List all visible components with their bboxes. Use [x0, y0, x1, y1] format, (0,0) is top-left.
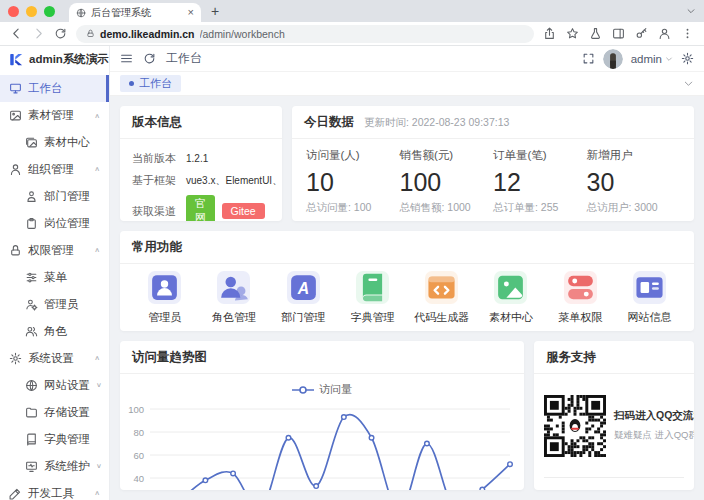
username-label: admin [631, 53, 662, 65]
close-icon[interactable]: × [188, 7, 194, 18]
minimize-window-button[interactable] [26, 6, 37, 17]
legend-label: 访问量 [319, 382, 352, 397]
gitee-button[interactable]: Gitee [222, 203, 265, 219]
new-tab-button[interactable]: + [211, 4, 219, 18]
chart-legend[interactable]: 访问量 [120, 374, 524, 397]
sidebar-item-system-maintain[interactable]: 系统维护 ∨ [0, 453, 109, 480]
book-icon [25, 433, 38, 446]
quick-function-dict-mgmt[interactable]: 字典管理 [338, 271, 407, 325]
admin-gear-icon [25, 298, 38, 311]
sidebar: admin系统演示 工作台 素材管理 ∧ 素材中心 组织管理 ∧ 部门管理 岗位… [0, 46, 110, 500]
back-arrow-icon[interactable] [10, 27, 23, 40]
sidebar-item-dict-mgmt[interactable]: 字典管理 [0, 426, 109, 453]
extension-flask-icon[interactable] [589, 27, 602, 40]
pencil-icon [9, 487, 22, 500]
sidebar-item-workbench[interactable]: 工作台 [0, 75, 109, 102]
sidebar-item-post-mgmt[interactable]: 岗位管理 [0, 210, 109, 237]
lock-icon [9, 244, 22, 257]
svg-text:100: 100 [128, 404, 144, 415]
official-site-button[interactable]: 官网 [186, 195, 215, 221]
sidebar-item-system-settings[interactable]: 系统设置 ∧ [0, 345, 109, 372]
url-path: /admin/workbench [200, 28, 524, 40]
sidebar-item-dev-tools[interactable]: 开发工具 ∧ [0, 480, 109, 500]
password-key-icon[interactable] [635, 27, 648, 40]
quick-function-admin[interactable]: 管理员 [130, 271, 199, 325]
side-panel-icon[interactable] [612, 27, 625, 40]
today-stats: 访问量(人) 10 总访问量: 100 销售额(元) 100 总销售额: 100… [292, 139, 694, 221]
sidebar-item-material-mgmt[interactable]: 素材管理 ∧ [0, 102, 109, 129]
sliders-icon [25, 271, 38, 284]
avatar[interactable] [603, 49, 623, 69]
browser-tab[interactable]: 后台管理系统 × [69, 3, 201, 22]
dictionary-icon [356, 271, 389, 304]
divider [544, 477, 684, 478]
clipboard-icon [25, 217, 38, 230]
zoom-window-button[interactable] [44, 6, 55, 17]
close-window-button[interactable] [8, 6, 19, 17]
sidebar-item-material-center[interactable]: 素材中心 [0, 129, 109, 156]
quick-function-role-mgmt[interactable]: 角色管理 [199, 271, 268, 325]
chevron-up-icon: ∧ [94, 166, 100, 173]
quick-function-menu-auth[interactable]: 菜单权限 [546, 271, 615, 325]
tab-workbench[interactable]: 工作台 [120, 75, 181, 92]
bookmark-star-icon[interactable] [566, 27, 579, 40]
chevron-down-icon: ∨ [96, 382, 102, 389]
tabs-more-chevron-icon[interactable] [683, 78, 694, 89]
line-chart: 100806040 [120, 397, 524, 490]
quick-function-code-generator[interactable]: 代码生成器 [407, 271, 476, 325]
svg-text:80: 80 [133, 427, 144, 438]
globe-icon [25, 379, 38, 392]
sidebar-item-role[interactable]: 角色 [0, 318, 109, 345]
image-icon [9, 109, 22, 122]
user-dropdown[interactable]: admin [631, 53, 673, 65]
qq-group-qrcode [544, 395, 606, 457]
sidebar-item-org-mgmt[interactable]: 组织管理 ∧ [0, 156, 109, 183]
stat-new-users: 新增用户 30 总访用户: 3000 [587, 148, 681, 215]
svg-text:60: 60 [133, 450, 144, 461]
version-card-body: 当前版本 1.2.1 基于框架 vue3.x、ElementUI、MySQL 获… [120, 139, 282, 221]
collapse-menu-icon[interactable] [120, 52, 133, 65]
framework-label: 基于框架 [132, 173, 186, 188]
quick-function-website-info[interactable]: 网站信息 [615, 271, 684, 325]
functions-card-title: 常用功能 [120, 231, 694, 264]
sidebar-item-storage-settings[interactable]: 存储设置 [0, 399, 109, 426]
sidebar-item-auth-mgmt[interactable]: 权限管理 ∧ [0, 237, 109, 264]
topbar: 工作台 admin [110, 46, 704, 72]
svg-text:A: A [296, 279, 308, 296]
tab-search-chevron-icon[interactable] [686, 6, 696, 16]
sidebar-item-dept-mgmt[interactable]: 部门管理 [0, 183, 109, 210]
page-tabs-bar: 工作台 [110, 72, 704, 96]
quick-function-material-center[interactable]: 素材中心 [476, 271, 545, 325]
settings-gear-icon[interactable] [681, 52, 694, 65]
content: 版本信息 当前版本 1.2.1 基于框架 vue3.x、ElementUI、My… [110, 96, 704, 500]
images-icon [25, 136, 38, 149]
sidebar-menu: 工作台 素材管理 ∧ 素材中心 组织管理 ∧ 部门管理 岗位管理 权限管理 ∧ … [0, 72, 109, 500]
sidebar-item-admin[interactable]: 管理员 [0, 291, 109, 318]
service-support-card: 服务支持 扫码进入QQ交流群 疑难疑点 进入QQ群 [534, 341, 694, 490]
gear-icon [9, 352, 22, 365]
browser-menu-icon[interactable] [681, 27, 694, 40]
fullscreen-icon[interactable] [582, 52, 595, 65]
framework-value: vue3.x、ElementUI、MySQL [186, 174, 282, 188]
logo-row[interactable]: admin系统演示 [0, 46, 109, 72]
browser-profile-icon[interactable] [658, 27, 671, 40]
chevron-up-icon: ∧ [94, 247, 100, 254]
monitor-pulse-icon [25, 460, 38, 473]
sidebar-item-website-settings[interactable]: 网站设置 ∨ [0, 372, 109, 399]
share-icon[interactable] [543, 27, 556, 40]
reload-icon[interactable] [54, 27, 67, 40]
sidebar-item-menu[interactable]: 菜单 [0, 264, 109, 291]
user-badge-icon [25, 190, 38, 203]
topbar-right: admin [582, 49, 694, 69]
today-data-card: 今日数据 更新时间: 2022-08-23 09:37:13 访问量(人) 10… [292, 106, 694, 221]
refresh-page-icon[interactable] [143, 52, 156, 65]
chevron-up-icon: ∧ [94, 112, 100, 119]
address-bar[interactable]: demo.likeadmin.cn /admin/workbench [76, 25, 534, 43]
stat-visits: 访问量(人) 10 总访问量: 100 [306, 148, 400, 215]
breadcrumb[interactable]: 工作台 [166, 50, 202, 67]
quick-function-dept-mgmt[interactable]: A 部门管理 [269, 271, 338, 325]
chevron-up-icon: ∧ [94, 490, 100, 497]
forward-arrow-icon[interactable] [32, 27, 45, 40]
updated-time: 更新时间: 2022-08-23 09:37:13 [364, 116, 509, 130]
avatar-image [603, 49, 623, 69]
